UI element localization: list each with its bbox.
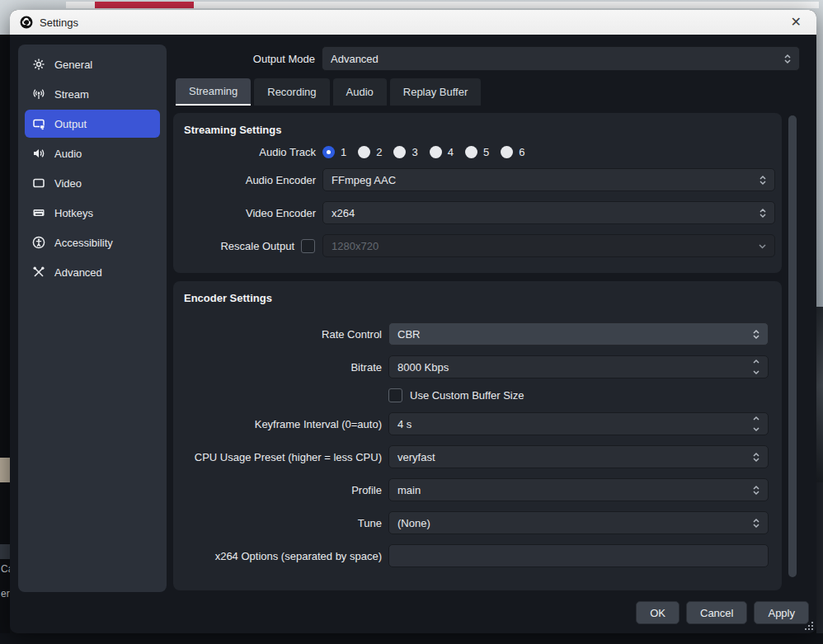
streaming-settings-panel: Streaming Settings Audio Track 1 2 3 4 5…	[173, 113, 782, 273]
accessibility-icon	[32, 236, 45, 249]
background-list-row	[0, 544, 10, 559]
sidebar-item-video[interactable]: Video	[25, 169, 160, 197]
radio-selected-icon[interactable]	[322, 146, 335, 158]
chevron-down-icon	[752, 243, 773, 249]
radio-icon[interactable]	[393, 146, 406, 158]
sidebar-item-audio[interactable]: Audio	[25, 139, 160, 167]
output-mode-value: Advanced	[331, 53, 379, 65]
output-mode-select[interactable]: Advanced	[322, 46, 800, 71]
tab-recording[interactable]: Recording	[254, 78, 329, 106]
x264-options-row: x264 Options (separated by space)	[182, 544, 775, 567]
cpu-preset-select[interactable]: veryfast	[388, 445, 769, 468]
ok-button[interactable]: OK	[636, 601, 680, 624]
apply-button-label: Apply	[768, 607, 795, 619]
audio-track-option-1[interactable]: 1	[322, 146, 346, 158]
sidebar-item-general[interactable]: General	[25, 50, 160, 78]
cpu-preset-value: veryfast	[397, 451, 435, 463]
rescale-resolution-select[interactable]: 1280x720	[322, 234, 775, 257]
video-encoder-label: Video Encoder	[182, 207, 316, 219]
window-title: Settings	[40, 16, 78, 29]
radio-label: 1	[341, 146, 346, 158]
output-icon	[32, 117, 45, 130]
radio-label: 2	[376, 146, 382, 158]
tab-audio[interactable]: Audio	[333, 78, 387, 106]
rate-control-select[interactable]: CBR	[388, 322, 769, 346]
chevron-updown-icon	[778, 54, 797, 64]
profile-select[interactable]: main	[388, 478, 769, 501]
audio-encoder-select[interactable]: FFmpeg AAC	[322, 168, 775, 191]
radio-icon[interactable]	[358, 146, 370, 158]
sidebar-item-label: Accessibility	[54, 237, 113, 249]
sidebar-item-label: Audio	[54, 148, 82, 160]
resize-grip[interactable]	[803, 620, 813, 630]
spin-arrows-icon[interactable]	[746, 413, 766, 435]
background-bottom-strip	[0, 633, 823, 644]
radio-icon[interactable]	[501, 146, 513, 158]
display-icon	[32, 176, 45, 190]
rescale-resolution-value: 1280x720	[332, 240, 379, 252]
keyframe-interval-label: Keyframe Interval (0=auto)	[182, 418, 382, 430]
tune-row: Tune (None)	[182, 511, 775, 534]
section-heading: Streaming Settings	[184, 124, 775, 136]
tune-select[interactable]: (None)	[388, 511, 769, 534]
background-red-bar	[95, 2, 194, 8]
spin-arrows-icon[interactable]	[746, 356, 766, 378]
sidebar-item-label: Stream	[54, 88, 89, 101]
background-thumbnail	[0, 458, 10, 482]
sidebar-item-label: General	[54, 59, 92, 71]
tune-label: Tune	[182, 517, 382, 529]
output-tabs: Streaming Recording Audio Replay Buffer	[176, 78, 481, 106]
x264-options-input[interactable]	[397, 550, 766, 562]
speaker-icon	[32, 147, 45, 160]
cpu-preset-row: CPU Usage Preset (higher = less CPU) ver…	[182, 445, 775, 468]
sidebar-item-label: Hotkeys	[54, 207, 93, 219]
background-preview-image	[816, 307, 823, 482]
broadcast-icon	[32, 87, 45, 101]
audio-track-option-3[interactable]: 3	[393, 146, 417, 158]
radio-icon[interactable]	[465, 146, 477, 158]
dialog-footer: OK Cancel Apply	[636, 601, 809, 624]
rescale-output-checkbox[interactable]	[301, 239, 315, 253]
apply-button[interactable]: Apply	[754, 601, 809, 624]
sidebar-item-hotkeys[interactable]: Hotkeys	[25, 199, 160, 227]
audio-track-option-6[interactable]: 6	[501, 146, 524, 158]
ok-button-label: OK	[650, 607, 665, 619]
sidebar-item-output[interactable]: Output	[25, 110, 160, 138]
chevron-updown-icon	[746, 452, 766, 463]
section-heading: Encoder Settings	[184, 292, 775, 304]
close-icon[interactable]: ✕	[786, 14, 807, 31]
bitrate-spinbox[interactable]: 8000 Kbps	[388, 355, 769, 378]
rescale-output-row: Rescale Output 1280x720	[182, 234, 775, 257]
audio-track-option-4[interactable]: 4	[430, 146, 454, 158]
chevron-updown-icon	[746, 485, 766, 496]
background-text-fragment: Ca	[1, 563, 10, 575]
audio-encoder-label: Audio Encoder	[182, 174, 316, 186]
radio-label: 4	[448, 146, 454, 158]
custom-buffer-checkbox[interactable]	[388, 388, 402, 402]
tools-icon	[32, 266, 45, 279]
audio-track-option-5[interactable]: 5	[465, 146, 489, 158]
radio-label: 5	[483, 146, 489, 158]
tab-streaming[interactable]: Streaming	[176, 78, 251, 106]
keyframe-interval-spinbox[interactable]: 4 s	[388, 412, 769, 435]
title-bar[interactable]: Settings ✕	[10, 10, 816, 35]
sidebar-item-advanced[interactable]: Advanced	[25, 258, 160, 286]
audio-encoder-value: FFmpeg AAC	[332, 174, 396, 186]
tab-replay-buffer[interactable]: Replay Buffer	[390, 78, 482, 106]
content-scrollbar[interactable]	[788, 115, 797, 577]
video-encoder-select[interactable]: x264	[322, 201, 775, 224]
sidebar-item-stream[interactable]: Stream	[25, 80, 160, 108]
audio-track-option-2[interactable]: 2	[358, 146, 382, 158]
rate-control-value: CBR	[397, 328, 420, 341]
cancel-button[interactable]: Cancel	[686, 601, 747, 624]
keyboard-icon	[32, 206, 45, 219]
sidebar-item-accessibility[interactable]: Accessibility	[25, 228, 160, 256]
tune-value: (None)	[397, 517, 430, 529]
chevron-updown-icon	[753, 208, 773, 219]
keyframe-interval-row: Keyframe Interval (0=auto) 4 s	[182, 412, 775, 435]
settings-dialog: Settings ✕ General Stream Out	[10, 10, 816, 633]
background-text-fragment: er	[1, 588, 10, 599]
radio-icon[interactable]	[430, 146, 442, 158]
output-mode-label: Output Mode	[175, 53, 315, 65]
chevron-updown-icon	[753, 175, 773, 186]
